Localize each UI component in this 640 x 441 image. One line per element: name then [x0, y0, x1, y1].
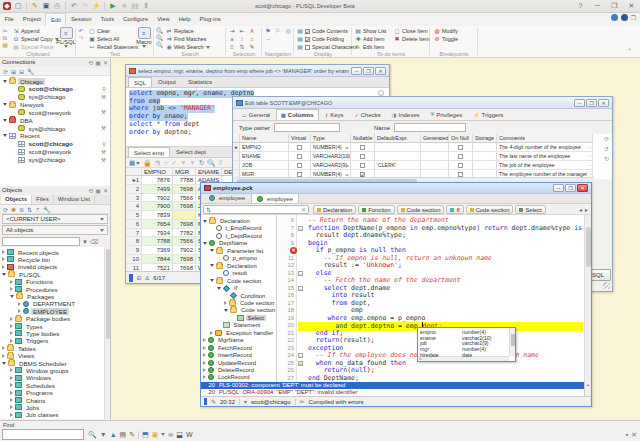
program-minimize-icon[interactable]: ─	[553, 184, 564, 192]
save-icon[interactable]: ▣	[42, 2, 50, 10]
sql-tab-sql[interactable]: SQL	[128, 77, 152, 87]
goto-arrow-icon[interactable]: →	[265, 36, 271, 42]
expand-icon[interactable]	[210, 331, 213, 335]
objects-tab-files[interactable]: Files	[32, 195, 54, 204]
connections-options-icon[interactable]: ⟲	[88, 59, 93, 66]
stop-disabled-icon[interactable]: ■	[120, 2, 128, 10]
dialog-col-generated[interactable]: Generated	[421, 134, 449, 143]
ribbon-check-code-folding[interactable]: ▤Code Folding	[297, 35, 358, 43]
ribbon-item-web-search[interactable]: ◉Web Search	[166, 43, 210, 51]
checkbox-virtual[interactable]	[297, 145, 302, 150]
scrollbar-thumb[interactable]	[586, 227, 591, 267]
ribbon-item-clear[interactable]: ▢Clear	[89, 27, 138, 35]
find-prev-icon[interactable]: ▲	[110, 430, 117, 440]
find-icon[interactable]: 🔍	[156, 28, 162, 34]
find-dropdown-icon[interactable]	[161, 433, 165, 436]
fold-icon[interactable]: −	[298, 353, 303, 358]
connections-add-icon[interactable]: ⊞	[11, 68, 16, 75]
expand-icon[interactable]	[203, 375, 206, 379]
expand-icon[interactable]	[10, 287, 13, 291]
comments-more-icon[interactable]: ⌄	[589, 143, 592, 151]
dialog-tab-columns[interactable]: ▦Columns	[276, 109, 318, 120]
expand-icon[interactable]	[2, 257, 5, 261]
ribbon-tab-plugins[interactable]: Plug-ins	[195, 13, 225, 26]
objects-options-icon[interactable]: ⟲	[88, 187, 93, 194]
expand-icon[interactable]	[203, 353, 206, 357]
ribbon-item-add-item[interactable]: ✚Add Item	[355, 35, 386, 43]
dialog-redo-icon[interactable]: ↻	[604, 155, 609, 162]
error-row[interactable]: 20PLS-00302: component 'DEPT' must be de…	[201, 382, 591, 389]
tree-item-dba[interactable]: DBA	[0, 116, 110, 124]
tree-item-sys-chicago[interactable]: sys@chicago⚒	[0, 93, 110, 101]
program-tab-employee[interactable]: employee	[203, 193, 251, 203]
find-prev-icon[interactable]: 🔍	[156, 42, 162, 48]
indent-icon[interactable]: ⇥	[229, 28, 235, 34]
expand-icon[interactable]	[10, 331, 13, 335]
swapcase-icon[interactable]: ↕	[239, 36, 245, 42]
collapse-icon[interactable]	[210, 264, 214, 267]
tree-item-sys-chicago[interactable]: sys@chicago⚒	[0, 156, 110, 164]
find-list-icon[interactable]: ▤	[120, 430, 127, 440]
checkbox-on_null[interactable]	[458, 172, 463, 177]
objects-up-icon[interactable]: ⇡	[35, 206, 40, 213]
fold-icon[interactable]: −	[298, 226, 303, 231]
objects-filter-icon[interactable]: ▼	[82, 239, 88, 245]
forward-icon[interactable]: ▸	[585, 206, 588, 213]
print-icon[interactable]: ⎙	[53, 2, 61, 10]
first-row-icon[interactable]: ▼	[180, 159, 186, 166]
ribbon-item-replace[interactable]: ⇄Replace	[166, 27, 210, 35]
ribbon-check-code-contents[interactable]: ▤Code Contents	[297, 27, 358, 35]
collapse-icon[interactable]	[2, 273, 6, 276]
expand-icon[interactable]	[10, 413, 13, 417]
object-filter-dropdown[interactable]: All objects	[2, 225, 108, 235]
sort-icon[interactable]: ⇅	[239, 44, 245, 50]
tree-filter-input[interactable]: ⇅ ✕	[203, 205, 309, 214]
tree-item-scott-chicago[interactable]: scott@chicago⚲	[0, 85, 110, 93]
dialog-resize-grip[interactable]	[603, 282, 610, 289]
ribbon-tab-view[interactable]: View	[153, 13, 174, 26]
bookmark-set-icon[interactable]: ⚑	[265, 28, 271, 34]
sql-tab-statistics[interactable]: Statistics	[182, 77, 218, 87]
grid-options-icon[interactable]: ▦	[129, 159, 140, 167]
dialog-minimize-icon[interactable]: ─	[574, 99, 585, 107]
find-search-icon[interactable]: 🔍	[88, 430, 97, 440]
run-green-icon[interactable]: ▶	[109, 2, 117, 10]
ribbon-item-special-paste[interactable]: ▤Special Paste	[13, 43, 59, 51]
outdent-icon[interactable]: ⇤	[239, 28, 245, 34]
tree-item-recent[interactable]: Recent	[0, 132, 110, 140]
fold-icon[interactable]: −	[298, 271, 303, 276]
collapse-icon[interactable]	[10, 295, 14, 298]
ribbon-item-toggle[interactable]: ⊘Toggle	[434, 35, 458, 43]
objects-tree-scrollbar[interactable]	[104, 247, 110, 419]
connections-refresh-icon[interactable]: ⟳	[3, 68, 8, 75]
dialog-refresh-icon[interactable]: ⟳	[604, 135, 609, 142]
checkbox-virtual[interactable]	[297, 172, 302, 177]
collapse-icon[interactable]	[217, 287, 221, 290]
checkbox-nullable[interactable]	[360, 172, 365, 177]
collapse-icon[interactable]	[203, 242, 207, 245]
collapse-icon[interactable]	[203, 220, 207, 223]
paste-icon[interactable]: ▤	[2, 42, 8, 48]
editor-scrollbar[interactable]	[584, 215, 591, 382]
breadcrumb-declaration[interactable]: Declaration	[313, 205, 356, 214]
ribbon-item-special-copy[interactable]: ⧉Special Copy	[13, 35, 59, 43]
field-input-type-owner[interactable]	[274, 123, 340, 132]
expand-icon[interactable]	[10, 324, 13, 328]
new-document-icon[interactable]: ▢	[14, 2, 22, 10]
program-tab-employee[interactable]: employee	[251, 193, 299, 203]
minimize-icon[interactable]: ─	[592, 1, 603, 10]
find-data-icon[interactable]: 🔍	[207, 159, 215, 167]
connections-pin-icon[interactable]: ▣	[95, 59, 101, 66]
checkbox-on_null[interactable]	[458, 154, 463, 159]
type-spin-icon[interactable]: ◂▸	[345, 144, 349, 152]
ribbon-item-select-all[interactable]: ▣Select All	[89, 35, 138, 43]
dialog-tab-triggers[interactable]: ⚡Triggers	[468, 109, 508, 120]
expand-icon[interactable]	[10, 317, 13, 321]
collapse-icon[interactable]	[3, 134, 7, 137]
target-icon[interactable]: ◎	[285, 28, 291, 34]
breadcrumb-if[interactable]: If	[446, 205, 463, 214]
dialog-col-on-null[interactable]: On Null	[449, 134, 473, 143]
comment-icon[interactable]: ⌗	[249, 36, 255, 42]
collapse-icon[interactable]	[224, 309, 228, 312]
expand-icon[interactable]	[18, 302, 21, 306]
